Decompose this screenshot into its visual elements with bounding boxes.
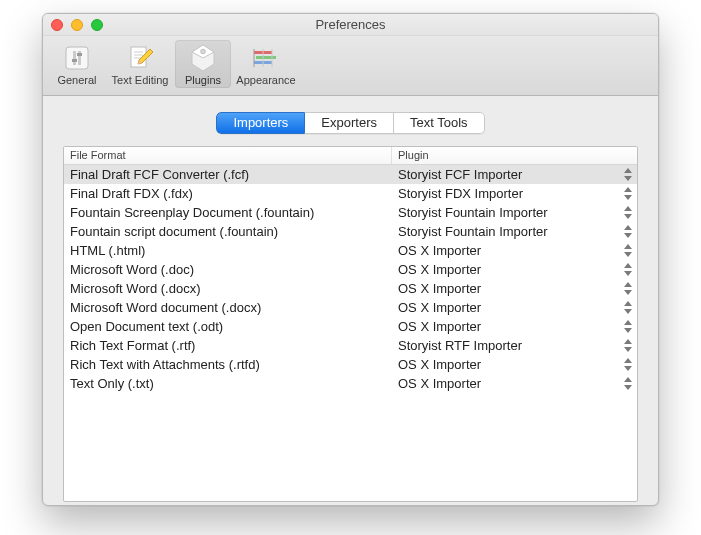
cell-file-format: Final Draft FCF Converter (.fcf) [64, 165, 392, 184]
cell-plugin[interactable]: OS X Importer [392, 317, 637, 336]
minimize-button[interactable] [71, 19, 83, 31]
table-body: Final Draft FCF Converter (.fcf)Storyist… [64, 165, 637, 393]
stepper-icon[interactable] [623, 167, 633, 182]
close-button[interactable] [51, 19, 63, 31]
cell-plugin[interactable]: OS X Importer [392, 298, 637, 317]
cell-file-format: Microsoft Word (.docx) [64, 279, 392, 298]
svg-rect-1 [73, 51, 76, 65]
table-row[interactable]: Fountain script document (.fountain)Stor… [64, 222, 637, 241]
toolbar-label: Appearance [236, 74, 295, 86]
column-header-plugin[interactable]: Plugin [392, 147, 637, 164]
cell-plugin[interactable]: OS X Importer [392, 260, 637, 279]
stepper-icon[interactable] [623, 281, 633, 296]
cell-plugin[interactable]: Storyist FDX Importer [392, 184, 637, 203]
toolbar: General Text Editing [43, 36, 658, 96]
plugin-icon [187, 42, 219, 74]
cell-plugin[interactable]: OS X Importer [392, 355, 637, 374]
slider-icon [61, 42, 93, 74]
stepper-icon[interactable] [623, 186, 633, 201]
table-row[interactable]: Microsoft Word document (.docx)OS X Impo… [64, 298, 637, 317]
table-row[interactable]: Final Draft FCF Converter (.fcf)Storyist… [64, 165, 637, 184]
stepper-icon[interactable] [623, 224, 633, 239]
toolbar-label: General [57, 74, 96, 86]
cell-plugin[interactable]: Storyist RTF Importer [392, 336, 637, 355]
cell-file-format: Text Only (.txt) [64, 374, 392, 393]
cell-plugin[interactable]: Storyist FCF Importer [392, 165, 637, 184]
table-row[interactable]: Microsoft Word (.doc)OS X Importer [64, 260, 637, 279]
zoom-button[interactable] [91, 19, 103, 31]
table-row[interactable]: HTML (.html)OS X Importer [64, 241, 637, 260]
tab-exporters[interactable]: Exporters [305, 112, 394, 134]
cell-file-format: Rich Text Format (.rtf) [64, 336, 392, 355]
document-pencil-icon [124, 42, 156, 74]
toolbar-label: Text Editing [112, 74, 169, 86]
stepper-icon[interactable] [623, 262, 633, 277]
column-header-format[interactable]: File Format [64, 147, 392, 164]
cell-plugin[interactable]: Storyist Fountain Importer [392, 222, 637, 241]
stepper-icon[interactable] [623, 357, 633, 372]
stepper-icon[interactable] [623, 376, 633, 391]
plugins-table: File Format Plugin Final Draft FCF Conve… [63, 146, 638, 502]
appearance-icon [250, 42, 282, 74]
cell-file-format: Fountain script document (.fountain) [64, 222, 392, 241]
segmented-control: Importers Exporters Text Tools [63, 112, 638, 134]
svg-rect-4 [77, 53, 82, 56]
stepper-icon[interactable] [623, 338, 633, 353]
cell-plugin[interactable]: OS X Importer [392, 241, 637, 260]
toolbar-item-plugins[interactable]: Plugins [175, 40, 231, 88]
toolbar-item-text-editing[interactable]: Text Editing [107, 40, 173, 88]
cell-plugin[interactable]: Storyist Fountain Importer [392, 203, 637, 222]
table-row[interactable]: Rich Text Format (.rtf)Storyist RTF Impo… [64, 336, 637, 355]
table-row[interactable]: Text Only (.txt)OS X Importer [64, 374, 637, 393]
content-area: Importers Exporters Text Tools File Form… [43, 96, 658, 506]
traffic-lights [51, 19, 103, 31]
cell-file-format: Microsoft Word (.doc) [64, 260, 392, 279]
svg-rect-3 [72, 59, 77, 62]
table-row[interactable]: Rich Text with Attachments (.rtfd)OS X I… [64, 355, 637, 374]
preferences-window: Preferences General [42, 13, 659, 506]
table-row[interactable]: Microsoft Word (.docx)OS X Importer [64, 279, 637, 298]
svg-rect-0 [66, 47, 88, 69]
table-row[interactable]: Open Document text (.odt)OS X Importer [64, 317, 637, 336]
tab-importers[interactable]: Importers [216, 112, 305, 134]
titlebar: Preferences [43, 14, 658, 36]
cell-file-format: Open Document text (.odt) [64, 317, 392, 336]
tab-label: Exporters [321, 115, 377, 130]
table-row[interactable]: Final Draft FDX (.fdx)Storyist FDX Impor… [64, 184, 637, 203]
tab-text-tools[interactable]: Text Tools [394, 112, 485, 134]
tab-label: Text Tools [410, 115, 468, 130]
cell-file-format: Final Draft FDX (.fdx) [64, 184, 392, 203]
table-header: File Format Plugin [64, 147, 637, 165]
cell-file-format: HTML (.html) [64, 241, 392, 260]
stepper-icon[interactable] [623, 205, 633, 220]
toolbar-item-general[interactable]: General [49, 40, 105, 88]
cell-file-format: Fountain Screenplay Document (.fountain) [64, 203, 392, 222]
table-row[interactable]: Fountain Screenplay Document (.fountain)… [64, 203, 637, 222]
toolbar-item-appearance[interactable]: Appearance [233, 40, 299, 88]
tab-label: Importers [233, 115, 288, 130]
toolbar-label: Plugins [185, 74, 221, 86]
cell-file-format: Microsoft Word document (.docx) [64, 298, 392, 317]
cell-plugin[interactable]: OS X Importer [392, 279, 637, 298]
svg-point-9 [201, 49, 206, 54]
cell-plugin[interactable]: OS X Importer [392, 374, 637, 393]
svg-rect-11 [256, 56, 276, 59]
stepper-icon[interactable] [623, 319, 633, 334]
window-title: Preferences [315, 17, 385, 32]
stepper-icon[interactable] [623, 243, 633, 258]
cell-file-format: Rich Text with Attachments (.rtfd) [64, 355, 392, 374]
stepper-icon[interactable] [623, 300, 633, 315]
